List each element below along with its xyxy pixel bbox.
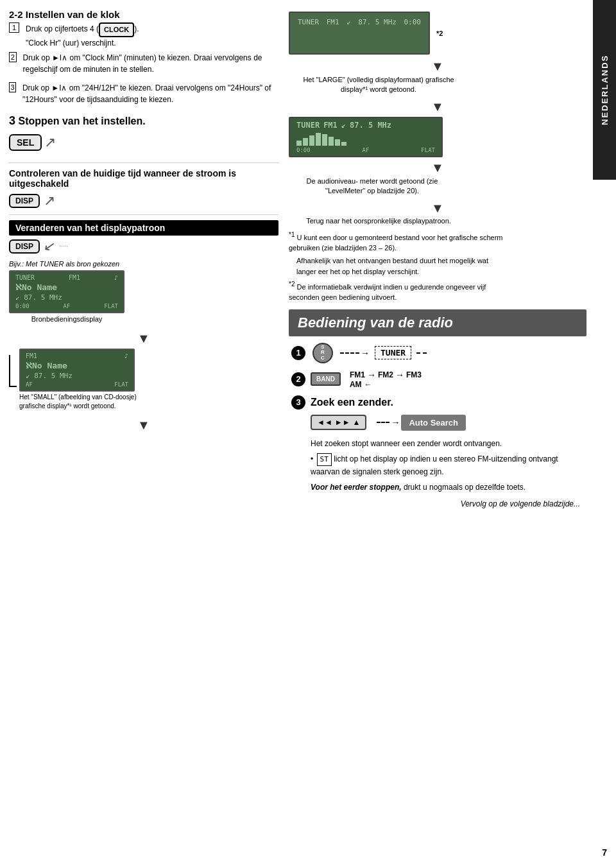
arrow-down-2: ▼ — [35, 417, 253, 433]
return-caption: Terug naar het oorspronkelijke displaypa… — [289, 217, 468, 225]
footnotes-area: *1 U kunt een door u gemonteerd bestand … — [289, 230, 507, 303]
footnote-1: *1 U kunt een door u gemonteerd bestand … — [289, 230, 507, 254]
st-description: licht op het display op indien u een ste… — [311, 454, 558, 476]
veranderen-title: Veranderen van het displaypatroon — [9, 220, 278, 236]
ld-freq: 87. 5 MHz — [350, 121, 391, 130]
radio-step-1-num: 1 — [291, 346, 305, 360]
bediening-header: Bediening van de radio — [289, 309, 586, 336]
arrow-down-r3: ▼ — [321, 160, 554, 175]
small-caption: Het "SMALL" (afbeelding van CD-doosje) g… — [19, 393, 148, 411]
arrow-fm2-fm3: → — [395, 370, 404, 380]
bar-2 — [303, 138, 308, 146]
footnote-2: *2 De informatiebalk verdwijnt indien u … — [289, 279, 507, 303]
small-display-box: FM1 ♪ ℵNo Name ↙ 87. 5 MHz AF FLAT — [19, 349, 135, 392]
fn2-label: *2 — [436, 30, 443, 37]
section-3-title: 3 Stoppen van het instellen. — [9, 114, 278, 128]
disp2-flat: FLAT — [114, 381, 128, 388]
ld-af: AF — [363, 147, 370, 153]
level-display-box: TUNER FM1 ↙ 87. 5 MHz — [289, 117, 443, 157]
disp2-freq: ↙ 87. 5 MHz — [26, 372, 128, 380]
fm1-label: FM1 — [350, 370, 365, 379]
disp2-no-name: ℵNo Name — [26, 361, 128, 370]
tuner-large-display: TUNER FM1 ↙ 87. 5 MHz 0:00 — [289, 12, 430, 55]
connector-l-shape — [9, 355, 17, 387]
voor-bold: Voor het eerder stoppen, — [311, 483, 402, 492]
side-tab-nederlands: NEDERLANDS — [593, 0, 616, 180]
section-veranderen: Veranderen van het displaypatroon DISP ↙… — [9, 220, 278, 433]
tuner-label: TUNER — [375, 346, 411, 359]
bronbediening-display: TUNER FM1 ♪ ℵNo Name ↙ 87. 5 MHz 0:00 AF… — [9, 270, 124, 313]
dotted-line: ····· — [59, 243, 68, 250]
tuner-arrow: → — [340, 348, 370, 358]
arrow-down-1: ▼ — [35, 331, 253, 346]
fm-chain-area: FM1 → FM2 → FM3 AM ← — [350, 370, 422, 389]
radio-step-3: 3 Zoek een zender. ◄◄ ►► ▲ — [291, 395, 584, 494]
ld-arrow: ↙ — [341, 121, 346, 130]
td-source: TUNER — [298, 18, 319, 26]
disp-label: DISP — [9, 194, 40, 208]
td-main-display — [298, 29, 421, 48]
arrow-fm1-fm2: → — [367, 370, 376, 380]
auto-search-arrow-row: → Auto Search — [377, 415, 466, 431]
step-1-num: 1 — [9, 22, 19, 33]
src-circle: SRC — [312, 343, 333, 363]
fm3-label: FM3 — [406, 370, 422, 379]
ld-bars — [296, 132, 435, 146]
bar-5 — [322, 134, 327, 146]
voor-tail: drukt u nogmaals op dezelfde toets. — [404, 483, 526, 492]
arrow-down-r2: ▼ — [327, 99, 548, 114]
section-2-2: 2-2 Instellen van de klok 1 Druk op cijf… — [9, 9, 278, 109]
large-caption: Het "LARGE" (volledig displayformaat) gr… — [289, 75, 468, 95]
cursor-arrow-3-icon: ↙ — [42, 237, 56, 255]
disp1-no-name: ℵNo Name — [15, 282, 118, 292]
bar-8 — [341, 142, 346, 146]
st-text-row: • ST licht op het display op indien u ee… — [311, 453, 584, 478]
controleren-title: Controleren van de huidige tijd wanneer … — [9, 168, 278, 189]
voor-text-row: Voor het eerder stoppen, drukt u nogmaal… — [311, 481, 584, 493]
arrow-down-r4: ▼ — [321, 200, 554, 216]
step3-header: 3 Zoek een zender. — [291, 395, 584, 410]
disp1-freq: ↙ 87. 5 MHz — [15, 293, 118, 302]
bijv-label: Bijv.: Met TUNER als bron gekozen — [9, 260, 278, 268]
bullet-icon: • — [311, 454, 313, 463]
level-caption: De audioniveau- meter wordt getoond (zie… — [289, 177, 456, 196]
disp1-icon: ♪ — [114, 274, 118, 281]
sel-label: SEL — [9, 134, 42, 151]
display1-area: TUNER FM1 ♪ ℵNo Name ↙ 87. 5 MHz 0:00 AF… — [9, 270, 278, 328]
step-3-num: 3 — [9, 82, 16, 92]
sel-button-area: SEL ↗ — [9, 134, 56, 151]
section-3: 3 Stoppen van het instellen. SEL ↗ — [9, 114, 278, 157]
fm-chain: FM1 → FM2 → FM3 — [350, 370, 422, 380]
cursor-arrow-2-icon: ↗ — [44, 193, 55, 209]
ld-source: TUNER — [296, 121, 320, 130]
fm2-label: FM2 — [378, 370, 393, 379]
clock-key: CLOCK — [99, 22, 134, 37]
vervolg-text: Vervolg op de volgende bladzijde... — [289, 499, 586, 508]
dashed-line-1 — [340, 352, 359, 354]
bar-3 — [309, 135, 314, 146]
arrow-back: ← — [364, 380, 372, 389]
bar-1 — [296, 141, 302, 146]
section-controleren: Controleren van de huidige tijd wanneer … — [9, 168, 278, 209]
footnote-1b: Afhankelijk van het ontvangen bestand du… — [289, 255, 507, 277]
td-freq: 87. 5 MHz — [358, 18, 397, 26]
large-display-row: TUNER FM1 ↙ 87. 5 MHz 0:00 *2 — [289, 9, 586, 57]
td-arrow: ↙ — [346, 18, 351, 26]
search-btn-rect: ◄◄ ►► ▲ — [311, 415, 366, 430]
disp1-af: AF — [64, 303, 71, 309]
arrow-down-r1: ▼ — [327, 58, 548, 74]
page-number: 7 — [602, 847, 607, 858]
up-icon: ▲ — [353, 418, 361, 427]
am-label: AM — [350, 380, 362, 389]
step3-content: ◄◄ ►► ▲ → Auto Search — [311, 415, 584, 433]
disp1-source: TUNER — [15, 274, 35, 281]
bronbediening-label: Bronbedieningsdisplay — [9, 315, 124, 324]
step-2-num: 2 — [9, 52, 17, 62]
search-btn-illus: ◄◄ ►► ▲ — [311, 415, 366, 433]
ld-flat: FLAT — [421, 147, 435, 153]
td-fm: FM1 — [327, 18, 339, 26]
cursor-arrow-icon: ↗ — [44, 134, 56, 151]
auto-search-area: → Auto Search — [377, 415, 466, 431]
radio-step-1: 1 SRC → TUNER — [291, 343, 584, 363]
bar-6 — [329, 137, 334, 146]
